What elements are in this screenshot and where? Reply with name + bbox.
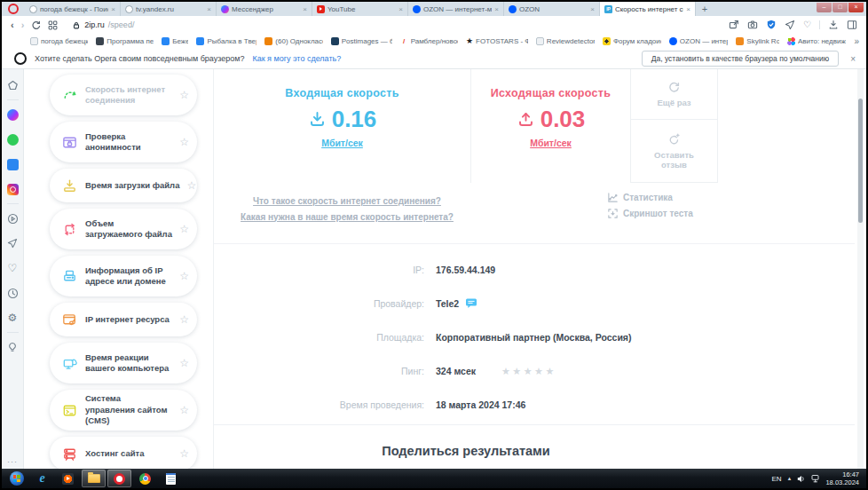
tab-youtube[interactable]: YouTube × <box>312 2 408 16</box>
what-is-speed-link[interactable]: Что такое скорость интернет соединения? <box>223 194 471 209</box>
set-default-browser-button[interactable]: Да, установить в качестве браузера по ум… <box>642 51 839 67</box>
tab-close-icon[interactable]: × <box>303 5 307 13</box>
bookmark-reviewdetector[interactable]: Reviewdetector - м... <box>536 37 595 45</box>
taskbar-opera-button[interactable] <box>107 470 131 487</box>
my-flow-icon[interactable] <box>2 231 23 256</box>
network-icon[interactable] <box>811 474 820 483</box>
provider-chat-icon[interactable] <box>465 298 477 309</box>
window-maximize-button[interactable]: □ <box>832 3 848 12</box>
instagram-icon[interactable] <box>2 177 23 202</box>
favorite-star-icon[interactable]: ☆ <box>179 358 189 368</box>
bookmark-bezhetsk[interactable]: Бежецк <box>162 37 188 45</box>
incoming-unit-link[interactable]: Мбит/сек <box>321 138 363 148</box>
bookmark-weather[interactable]: погода бежецк - П... <box>30 37 88 45</box>
outgoing-unit-link[interactable]: Мбит/сек <box>530 138 572 148</box>
tab-close-icon[interactable]: × <box>398 5 403 13</box>
taskbar-explorer-button[interactable] <box>82 470 106 487</box>
bulb-icon[interactable] <box>2 335 23 360</box>
menu-item-ip-info[interactable]: Информация об IP адресе или домене ☆ <box>50 256 197 296</box>
new-tab-button[interactable]: + <box>696 2 714 16</box>
bookmarks-heart-icon[interactable]: ♡ <box>2 256 23 281</box>
bookmarks-overflow-icon[interactable]: » <box>854 36 859 46</box>
menu-item-reaction-time[interactable]: Время реакции вашего компьютера ☆ <box>50 343 197 383</box>
banner-close-icon[interactable]: × <box>850 54 856 64</box>
tab-ozon-store[interactable]: OZON — интернет-магаз × <box>408 2 504 16</box>
taskbar-media-player-button[interactable] <box>56 470 80 487</box>
bookmark-heart-icon[interactable]: ♡ <box>803 20 811 29</box>
back-button[interactable]: ‹ <box>11 20 14 30</box>
opera-menu-button[interactable] <box>2 2 25 16</box>
sidebar-setup-dots[interactable]: ··· <box>7 457 18 466</box>
messenger-icon[interactable] <box>2 102 23 127</box>
address-bar[interactable]: 2ip.ru/speed/ <box>72 20 134 30</box>
tab-close-icon[interactable]: × <box>494 5 499 13</box>
snapshot-camera-icon[interactable] <box>747 20 758 30</box>
banner-help-link[interactable]: Как я могу это сделать? <box>252 54 341 63</box>
favorite-star-icon[interactable]: ☆ <box>179 137 189 147</box>
menu-item-download-time[interactable]: Время загрузки файла ☆ <box>50 169 197 202</box>
tab-close-icon[interactable]: × <box>111 5 115 13</box>
start-button[interactable] <box>4 470 28 487</box>
tab-close-icon[interactable]: × <box>686 5 690 13</box>
favorite-star-icon[interactable]: ☆ <box>179 405 189 415</box>
favorite-star-icon[interactable]: ☆ <box>179 90 189 100</box>
taskbar-ie-button[interactable]: e <box>30 470 54 487</box>
tab-tv-yandex[interactable]: tv.yandex.ru × <box>121 2 217 16</box>
bookmark-postimages[interactable]: Postimages — бесп... <box>331 37 392 45</box>
reload-button[interactable] <box>31 20 41 30</box>
screenshot-link[interactable]: Скриншот теста <box>607 208 693 219</box>
language-indicator[interactable]: EN <box>771 475 781 483</box>
feedback-button[interactable]: Оставить отзыв <box>631 119 717 182</box>
statistics-link[interactable]: Статистика <box>607 192 693 203</box>
whatsapp-icon[interactable] <box>2 127 23 152</box>
bookmark-fishing[interactable]: Рыбалка в Твери и... <box>196 37 256 45</box>
taskbar-document-button[interactable] <box>159 470 183 487</box>
vk-icon[interactable] <box>2 152 23 177</box>
taskbar-clock[interactable]: 16:47 18.03.2024 <box>825 470 859 486</box>
bookmark-tv-program[interactable]: Программа перед... <box>96 37 154 45</box>
favorite-star-icon[interactable]: ☆ <box>179 314 189 325</box>
bookmark-ozon[interactable]: OZON — интернет... <box>669 37 728 45</box>
tab-close-icon[interactable]: × <box>590 5 595 13</box>
start-page-icon[interactable] <box>2 73 23 98</box>
history-clock-icon[interactable] <box>2 281 23 305</box>
menu-item-anonymity[interactable]: Проверка анонимности ☆ <box>50 122 197 162</box>
speed-dial-icon[interactable] <box>48 20 58 30</box>
tray-expand-icon[interactable]: ▲ <box>787 476 793 481</box>
favorite-star-icon[interactable]: ☆ <box>179 224 189 234</box>
menu-item-hosting[interactable]: Хостинг сайта ☆ <box>50 437 197 470</box>
bookmark-forum[interactable]: Форум кладоискат... <box>603 37 661 45</box>
bookmark-skylink[interactable]: Skylink Router <box>736 37 779 45</box>
share-stats-icon[interactable] <box>729 20 739 30</box>
what-speed-needed-link[interactable]: Какая нужна в наше время скорость интерн… <box>223 209 471 225</box>
bookmark-rambler[interactable]: /Рамблер/новости,... <box>400 37 458 45</box>
volume-icon[interactable] <box>797 475 806 483</box>
tab-weather-search[interactable]: погода бежецк - Поиск в × <box>25 2 121 16</box>
menu-item-file-size[interactable]: Объем загружаемого файла ☆ <box>50 209 197 249</box>
shield-check-icon[interactable] <box>766 20 777 30</box>
window-close-button[interactable]: × <box>848 3 864 12</box>
bookmark-fotostars[interactable]: ★FOTOSTARS - Фото... <box>466 37 528 45</box>
paper-plane-icon[interactable] <box>785 20 795 30</box>
tab-close-icon[interactable]: × <box>207 5 211 13</box>
bookmark-odnoklassniki[interactable]: (60) Одноклассники <box>264 37 322 45</box>
menu-item-ip-resource[interactable]: IP интернет ресурса ☆ <box>50 303 197 336</box>
menu-item-speed[interactable]: Скорость интернет соединения ☆ <box>50 75 197 115</box>
tab-speedtest-active[interactable]: IP Скорость интернет соед × <box>600 2 696 16</box>
menu-item-cms[interactable]: Система управления сайтом (CMS) ☆ <box>50 390 197 431</box>
settings-gear-icon[interactable]: ⚙ <box>2 305 23 330</box>
downloads-icon[interactable] <box>828 20 839 30</box>
page-scrollbar[interactable] <box>857 69 864 470</box>
favorite-star-icon[interactable]: ☆ <box>179 271 189 281</box>
scrollbar-thumb[interactable] <box>858 99 863 223</box>
bookmark-avito[interactable]: Авито: недвижимо... <box>787 37 847 45</box>
tab-ozon[interactable]: OZON × <box>504 2 600 16</box>
window-minimize-button[interactable]: – <box>817 3 832 12</box>
player-icon[interactable] <box>2 206 23 231</box>
tab-messenger[interactable]: Мессенджер × <box>217 2 312 16</box>
sidebar-panels-icon[interactable] <box>847 20 857 30</box>
taskbar-chrome-button[interactable] <box>133 470 157 487</box>
favorite-star-icon[interactable]: ☆ <box>179 448 189 459</box>
ping-rating-stars[interactable]: ★★★★★ <box>501 366 556 377</box>
forward-button[interactable]: › <box>21 20 25 30</box>
